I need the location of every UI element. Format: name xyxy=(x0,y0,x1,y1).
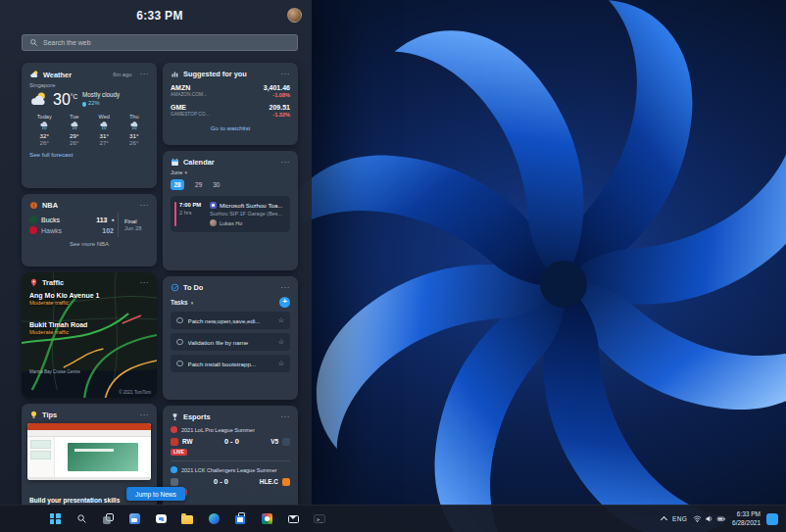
notifications-badge[interactable] xyxy=(766,513,778,525)
widgets-panel-header: 6:33 PM xyxy=(22,6,298,27)
day-lo: 26° xyxy=(120,139,150,146)
league-row: 2021 LoL Pro League Summer xyxy=(171,426,290,433)
widgets-grid: Weather 6m ago ··· Singapore 30°C Mostly… xyxy=(22,63,298,505)
task-view-button[interactable] xyxy=(98,509,118,529)
forecast-day[interactable]: Tue 29° 26° xyxy=(60,114,90,146)
more-options-icon[interactable]: ··· xyxy=(281,73,291,76)
month-selector[interactable]: June ▾ xyxy=(171,169,290,175)
more-options-icon[interactable]: ··· xyxy=(281,161,291,165)
day[interactable]: 30 xyxy=(213,181,220,188)
star-icon[interactable]: ☆ xyxy=(278,360,284,367)
more-options-icon[interactable]: ··· xyxy=(140,413,150,417)
tray-chevron-up-icon[interactable] xyxy=(661,516,667,523)
nba-widget[interactable]: NBA ··· Bucks 113 ◂ xyxy=(22,194,157,266)
hawks-logo xyxy=(29,226,37,234)
slide-canvas xyxy=(55,437,151,477)
event-time: 7:00 PM xyxy=(179,202,205,208)
road-status: Moderate traffic xyxy=(29,300,149,306)
more-options-icon[interactable]: ··· xyxy=(281,286,291,290)
star-icon[interactable]: ☆ xyxy=(278,316,284,324)
star-icon[interactable]: ☆ xyxy=(278,338,284,346)
terminal-button[interactable]: >_ xyxy=(310,509,329,529)
complete-task-circle[interactable] xyxy=(176,317,183,324)
see-full-forecast-link[interactable]: See full forecast xyxy=(29,151,149,158)
complete-task-circle[interactable] xyxy=(176,361,183,367)
chat-button[interactable] xyxy=(151,509,171,529)
traffic-widget[interactable]: Traffic ··· Ang Mo Kio Avenue 1 Moderate… xyxy=(22,272,157,398)
jump-to-news-button[interactable]: Jump to News xyxy=(126,487,185,501)
go-to-watchlist-link[interactable]: Go to watchlist xyxy=(171,124,290,131)
rain-icon xyxy=(99,121,109,130)
calendar-widget[interactable]: Calendar ··· June ▾ 28 29 30 xyxy=(163,151,298,270)
stock-name: AMAZON.COM... xyxy=(171,92,207,97)
task-row[interactable]: Patch new,open,save,edi... ☆ xyxy=(171,312,290,329)
temp-unit: °C xyxy=(71,92,77,99)
stock-symbol: GME xyxy=(171,104,210,111)
league-row: 2021 LCK Challengers League Summer xyxy=(171,466,290,473)
tray-time: 6:33 PM xyxy=(732,510,761,518)
edge-icon xyxy=(209,513,220,524)
basketball-icon xyxy=(29,201,38,210)
tips-caption: Build your presentation skills xyxy=(29,497,120,504)
stock-row[interactable]: AMZN AMAZON.COM... 3,401.46 -1.08% xyxy=(171,84,290,98)
mail-icon xyxy=(288,515,299,523)
more-options-icon[interactable]: ··· xyxy=(140,281,150,285)
match-row[interactable]: 0 - 0 HLE.C xyxy=(171,477,290,486)
team-score: 113 xyxy=(96,217,107,223)
team-row: Bucks 113 ◂ xyxy=(29,216,114,223)
mail-button[interactable] xyxy=(283,509,303,529)
widgets-button[interactable] xyxy=(124,509,144,529)
team-logo xyxy=(282,438,290,446)
task-list-label[interactable]: Tasks xyxy=(171,299,188,306)
weather-widget[interactable]: Weather 6m ago ··· Singapore 30°C Mostly… xyxy=(22,63,157,188)
add-task-button[interactable]: + xyxy=(279,297,290,308)
event-duration: 2 hrs xyxy=(179,210,205,216)
team-name: Bucks xyxy=(41,217,60,223)
day-name: Wed xyxy=(89,114,120,120)
file-explorer-button[interactable] xyxy=(177,509,197,529)
complete-task-circle[interactable] xyxy=(176,339,183,346)
taskbar-clock[interactable]: 6:33 PM 6/28/2021 xyxy=(732,510,761,527)
rain-icon xyxy=(70,121,79,130)
weather-location: Singapore xyxy=(29,82,149,88)
team-score: 102 xyxy=(102,227,114,234)
more-options-icon[interactable]: ··· xyxy=(281,415,291,419)
task-row[interactable]: Patch install bootstrapp... ☆ xyxy=(171,355,290,372)
teams-icon xyxy=(210,202,217,209)
language-indicator[interactable]: ENG xyxy=(672,515,687,522)
store-button[interactable] xyxy=(230,509,250,529)
more-options-icon[interactable]: ··· xyxy=(140,204,150,208)
user-avatar[interactable] xyxy=(287,8,302,23)
quick-settings[interactable] xyxy=(693,514,726,523)
game-date: Jun 28 xyxy=(124,225,149,231)
start-button[interactable] xyxy=(45,509,65,529)
taskbar-search-button[interactable] xyxy=(72,509,91,529)
calendar-event[interactable]: 7:00 PM 2 hrs Microsoft Suzhou Toa... Su… xyxy=(171,196,290,232)
team-row: Hawks 102 xyxy=(29,226,114,234)
forecast-day[interactable]: Wed 31° 27° xyxy=(89,114,120,146)
see-more-nba-link[interactable]: See more NBA xyxy=(29,241,149,247)
photos-button[interactable] xyxy=(257,509,276,529)
road-name: Ang Mo Kio Avenue 1 xyxy=(29,292,149,299)
forecast-day[interactable]: Thu 31° 26° xyxy=(120,114,150,146)
search-bar[interactable] xyxy=(22,34,298,51)
stocks-chart-icon xyxy=(171,70,179,78)
todo-widget[interactable]: To Do ··· Tasks ▾ + Patch new,open,save,… xyxy=(163,276,298,400)
stock-row[interactable]: GME GAMESTOP CO... 209.51 -1.32% xyxy=(171,104,290,118)
day-strip: 28 29 30 xyxy=(171,179,290,190)
day-hi: 31° xyxy=(120,132,150,139)
divider xyxy=(171,460,290,461)
stocks-widget[interactable]: Suggested for you ··· AMZN AMAZON.COM...… xyxy=(163,63,298,145)
day-name: Tue xyxy=(60,114,90,120)
day-selected[interactable]: 28 xyxy=(171,179,184,190)
edge-button[interactable] xyxy=(204,509,223,529)
team-logo xyxy=(171,478,178,486)
more-options-icon[interactable]: ··· xyxy=(140,73,150,76)
search-input[interactable] xyxy=(43,39,290,46)
match-row[interactable]: RW 0 - 0 V5 xyxy=(171,437,290,446)
chevron-down-icon: ▾ xyxy=(185,169,188,175)
day[interactable]: 29 xyxy=(195,181,202,188)
forecast-day[interactable]: Today 32° 26° xyxy=(29,114,60,146)
panel-clock: 6:33 PM xyxy=(22,6,298,23)
task-row[interactable]: Validation file by name ☆ xyxy=(171,333,290,351)
